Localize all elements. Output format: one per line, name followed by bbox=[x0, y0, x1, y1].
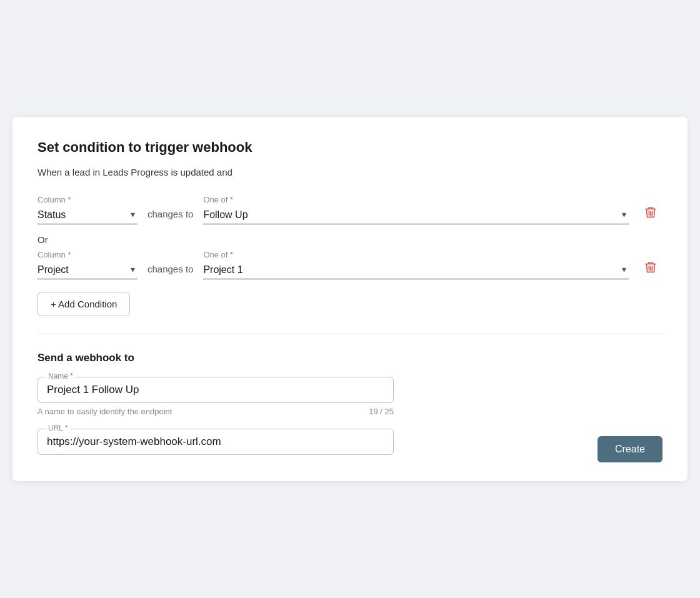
condition-row-2: Column * Project Status ▾ changes to One… bbox=[38, 250, 662, 279]
name-floating-label: Name * bbox=[46, 372, 76, 381]
url-input[interactable] bbox=[47, 436, 384, 448]
column-select-2[interactable]: Project Status bbox=[38, 262, 138, 279]
one-of-wrapper-1: One of * Follow Up Project 1 ▾ bbox=[203, 195, 629, 224]
changes-to-label-2: changes to bbox=[148, 264, 193, 279]
changes-to-label-1: changes to bbox=[148, 209, 193, 224]
name-hint-row: A name to easily identify the endpoint 1… bbox=[38, 407, 394, 416]
section-divider bbox=[38, 334, 662, 334]
url-field-wrapper: URL * bbox=[38, 429, 394, 455]
send-webhook-title: Send a webhook to bbox=[38, 352, 662, 364]
modal-container: Set condition to trigger webhook When a … bbox=[12, 117, 688, 481]
delete-condition-2-button[interactable] bbox=[639, 258, 662, 279]
modal-subtitle: When a lead in Leads Progress is updated… bbox=[38, 167, 662, 177]
column-label-1: Column * bbox=[38, 195, 138, 204]
one-of-label-1: One of * bbox=[203, 195, 629, 204]
one-of-wrapper-2: One of * Project 1 Follow Up ▾ bbox=[203, 250, 629, 279]
column-select-wrapper-1: Status Project ▾ bbox=[38, 207, 138, 224]
name-field-wrapper: Name * bbox=[38, 377, 394, 403]
name-char-count: 19 / 25 bbox=[369, 407, 394, 416]
one-of-select-wrapper-1: Follow Up Project 1 ▾ bbox=[203, 207, 629, 224]
column-field-group-1: Column * Status Project ▾ bbox=[38, 195, 138, 224]
column-field-group-2: Column * Project Status ▾ bbox=[38, 250, 138, 279]
condition-row-1: Column * Status Project ▾ changes to One… bbox=[38, 195, 662, 224]
column-select-1[interactable]: Status Project bbox=[38, 207, 138, 224]
url-floating-label: URL * bbox=[46, 424, 71, 432]
or-label: Or bbox=[38, 234, 662, 245]
name-hint-text: A name to easily identify the endpoint bbox=[38, 407, 172, 416]
column-select-wrapper-2: Project Status ▾ bbox=[38, 262, 138, 279]
create-button[interactable]: Create bbox=[598, 436, 662, 462]
trash-icon-1 bbox=[644, 206, 658, 219]
page-title: Set condition to trigger webhook bbox=[38, 139, 662, 156]
one-of-select-2[interactable]: Project 1 Follow Up bbox=[203, 262, 629, 279]
name-input[interactable] bbox=[47, 384, 384, 396]
trash-icon-2 bbox=[644, 261, 658, 274]
column-label-2: Column * bbox=[38, 250, 138, 259]
one-of-select-wrapper-2: Project 1 Follow Up ▾ bbox=[203, 262, 629, 279]
delete-condition-1-button[interactable] bbox=[639, 203, 662, 224]
one-of-label-2: One of * bbox=[203, 250, 629, 259]
one-of-select-1[interactable]: Follow Up Project 1 bbox=[203, 207, 629, 224]
add-condition-button[interactable]: + Add Condition bbox=[38, 292, 130, 316]
